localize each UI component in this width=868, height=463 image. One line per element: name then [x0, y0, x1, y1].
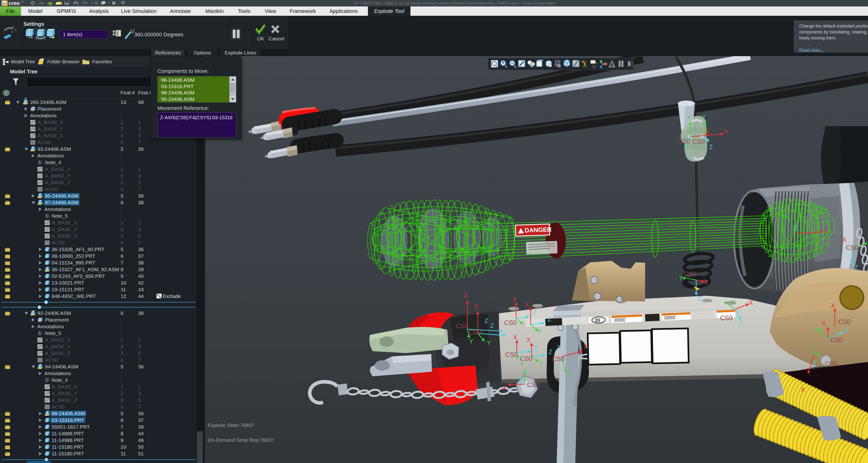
svg-text:On-Demand Simp Rep:76837: On-Demand Simp Rep:76837	[208, 437, 274, 443]
svg-text:Z: Z	[533, 309, 536, 316]
svg-text:X: X	[584, 343, 588, 350]
svg-text:Y: Y	[687, 114, 691, 121]
svg-text:CS0: CS0	[469, 329, 482, 336]
svg-text:Z: Z	[485, 317, 488, 324]
svg-text:Z: Z	[534, 345, 538, 352]
svg-text:X: X	[464, 292, 468, 299]
svg-text:y: y	[12, 25, 14, 29]
svg-text:X: X	[474, 303, 478, 310]
svg-text:creo: creo	[9, 0, 20, 6]
svg-text:CS0: CS0	[692, 138, 705, 145]
svg-text:Y: Y	[812, 350, 816, 357]
svg-text:Z: Z	[709, 144, 713, 150]
svg-text:Y: Y	[731, 299, 735, 305]
svg-text:X: X	[525, 301, 529, 308]
svg-text:X: X	[705, 128, 709, 135]
svg-text:Y: Y	[487, 339, 491, 346]
svg-text:Z: Z	[845, 327, 848, 333]
svg-text:X: X	[513, 334, 517, 340]
svg-text:R: R	[49, 2, 52, 6]
svg-text:Y: Y	[469, 338, 473, 345]
svg-text:X: X	[801, 386, 805, 393]
svg-text:Y: Y	[537, 328, 541, 335]
svg-text:CS0: CS0	[520, 355, 532, 362]
svg-text:Z: Z	[490, 322, 494, 329]
svg-text:X: X	[527, 337, 531, 343]
svg-text:X: X	[749, 299, 753, 306]
svg-text:DANGER: DANGER	[524, 226, 552, 234]
svg-text:CS0: CS0	[825, 360, 837, 367]
svg-text:Y: Y	[809, 344, 813, 350]
svg-text:X: X	[513, 296, 517, 303]
svg-text:Z: Z	[557, 344, 560, 351]
svg-text:Y: Y	[539, 360, 543, 366]
svg-text:Z: Z	[794, 224, 797, 231]
svg-text:CS0: CS0	[504, 319, 517, 326]
svg-text:x: x	[15, 28, 17, 32]
svg-text:CS0: CS0	[830, 336, 843, 344]
svg-text:X: X	[824, 228, 828, 235]
svg-text:X: X	[502, 384, 506, 391]
svg-text:Z: Z	[813, 360, 816, 367]
svg-text:CS0: CS0	[678, 137, 690, 145]
svg-text:X: X	[831, 302, 835, 309]
svg-text:CS0: CS0	[838, 318, 851, 326]
svg-text:X: X	[724, 128, 728, 135]
svg-text:Z: Z	[855, 264, 858, 271]
svg-text:Z: Z	[698, 295, 701, 302]
svg-text:X: X	[822, 320, 826, 327]
svg-text:X: X	[842, 236, 846, 243]
svg-text:Z: Z	[519, 377, 522, 383]
svg-text:CS0: CS0	[505, 351, 518, 358]
svg-text:Z: Z	[548, 316, 551, 322]
svg-text:CS0: CS0	[527, 381, 540, 389]
svg-text:Explode State:76837: Explode State:76837	[208, 422, 254, 428]
svg-text:Y: Y	[702, 114, 706, 120]
svg-text:CS0: CS0	[456, 322, 468, 330]
svg-text:20: 20	[595, 317, 600, 323]
svg-text:Y: Y	[815, 327, 819, 334]
svg-text:Y: Y	[679, 275, 683, 281]
svg-text:CS0: CS0	[846, 244, 859, 251]
svg-text:CS0: CS0	[684, 271, 696, 278]
svg-text:X: X	[704, 279, 708, 285]
svg-text:Y: Y	[568, 372, 572, 379]
svg-text:CS0: CS0	[552, 356, 564, 363]
svg-text:Z: Z	[739, 319, 742, 326]
svg-text:z: z	[11, 30, 13, 34]
svg-text:Z: Z	[549, 348, 552, 355]
svg-text:CS0: CS0	[720, 314, 733, 321]
